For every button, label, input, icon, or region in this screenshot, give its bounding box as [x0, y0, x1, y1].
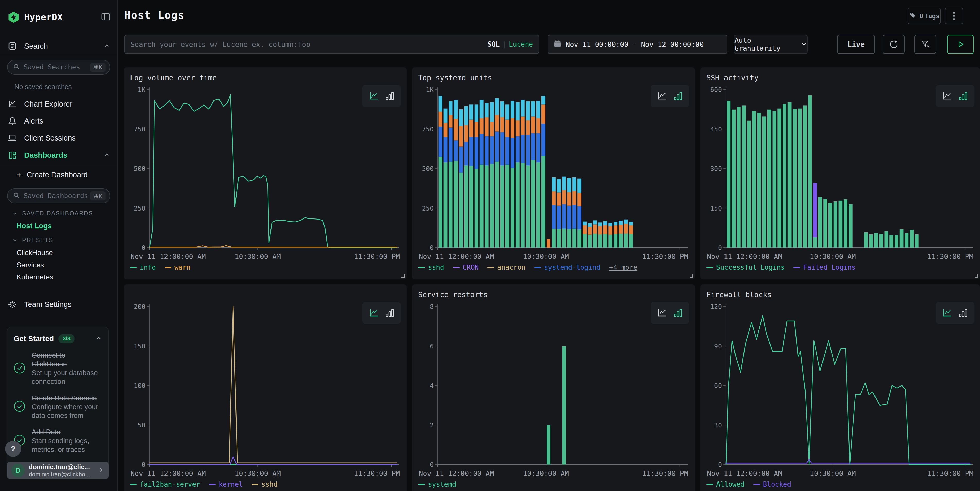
chevron-down-icon [801, 41, 807, 48]
chevron-up-icon [103, 151, 110, 159]
event-search-input[interactable]: Search your events w/ Lucene ex. column:… [124, 35, 539, 54]
legend-item[interactable]: info [130, 264, 156, 271]
legend-item[interactable]: anacron [487, 264, 525, 271]
step-desc: Configure where your data comes from [32, 402, 101, 420]
bar-view-icon[interactable] [959, 91, 968, 101]
nav-chart-explorer[interactable]: Chart Explorer [0, 97, 117, 111]
legend-item[interactable]: Failed Logins [794, 264, 856, 271]
sidebar-item-clickhouse[interactable]: ClickHouse [16, 249, 53, 257]
sidebar: HyperDX Search Saved Searches ⌘K No save… [0, 0, 118, 491]
chart-plot[interactable]: 1K7505002500Nov 11 12:00:00 AM10:30:00 A… [418, 85, 689, 262]
user-menu[interactable]: D dominic.tran@clic... dominic.tran@clic… [7, 462, 108, 479]
bar-view-icon[interactable] [673, 308, 683, 318]
saved-searches-input[interactable]: Saved Searches ⌘K [7, 60, 110, 75]
granularity-select[interactable]: Auto Granularity [734, 35, 808, 54]
saved-searches-placeholder: Saved Searches [24, 63, 90, 71]
tags-button[interactable]: 0 Tags [908, 8, 940, 24]
shortcut-badge: ⌘K [90, 191, 105, 200]
nav-search[interactable]: Search [0, 38, 117, 54]
refresh-button[interactable] [883, 35, 905, 54]
run-query-button[interactable] [947, 35, 974, 54]
sql-toggle[interactable]: SQL [487, 40, 500, 48]
bar-view-icon[interactable] [385, 91, 395, 101]
step-title: Connect to ClickHouse [32, 351, 101, 369]
line-view-icon[interactable] [657, 308, 667, 318]
page-title: Host Logs [124, 9, 185, 21]
saved-dashboards-input[interactable]: Saved Dashboards ⌘K [7, 188, 110, 203]
search-icon [13, 63, 20, 71]
legend-item[interactable]: systemd-logind [534, 264, 600, 271]
chart-plot[interactable]: 1K7505002500Nov 11 12:00:00 AM10:30:00 A… [130, 85, 401, 262]
legend-item[interactable]: systemd [418, 480, 456, 488]
sidebar-item-services[interactable]: Services [16, 261, 44, 269]
tags-label: 0 Tags [920, 12, 939, 20]
date-range-picker[interactable]: Nov 11 00:00:00 - Nov 12 00:00:00 [548, 35, 727, 54]
saved-dashboards-section[interactable]: SAVED DASHBOARDS [12, 210, 93, 217]
chart-card-systemd-units: Top systemd units 1K7505002500Nov 11 12:… [412, 67, 695, 280]
step-title: Create Data Sources [32, 394, 101, 402]
get-started-step[interactable]: Create Data Sources Configure where your… [14, 394, 102, 420]
resize-handle[interactable] [975, 274, 978, 278]
chart-view-toggle [651, 85, 689, 107]
legend-item[interactable]: warn [165, 264, 191, 271]
legend-item[interactable]: Allowed [706, 480, 745, 488]
svg-text:0: 0 [142, 461, 145, 468]
gear-icon [7, 299, 19, 310]
resize-handle[interactable] [690, 274, 693, 278]
svg-text:Nov 11 12:00:00 AM: Nov 11 12:00:00 AM [707, 469, 782, 477]
svg-text:11:30:00 PM: 11:30:00 PM [927, 469, 973, 477]
legend-more-link[interactable]: +4 more [609, 264, 638, 271]
nav-dashboards[interactable]: Dashboards [0, 148, 117, 163]
chart-card-firewall-blocks: Firewall blocks 1209060300Nov 11 12:00:0… [700, 284, 980, 491]
lucene-toggle[interactable]: Lucene [509, 40, 533, 48]
chart-plot[interactable]: 86420Nov 11 12:00:00 AM10:30:00 AM11:30:… [418, 302, 689, 479]
line-view-icon[interactable] [942, 308, 953, 318]
legend-item[interactable]: CRON [453, 264, 479, 271]
legend-item[interactable]: sshd [418, 264, 444, 271]
get-started-step[interactable]: Connect to ClickHouse Set up your databa… [14, 351, 102, 386]
svg-text:120: 120 [710, 303, 722, 310]
get-started-progress-badge: 3/3 [59, 334, 75, 343]
get-started-title: Get Started [14, 335, 54, 343]
presets-section[interactable]: PRESETS [12, 237, 53, 244]
line-view-icon[interactable] [942, 91, 953, 101]
chart-plot[interactable]: 200150100500Nov 11 12:00:00 AM10:30:00 A… [130, 302, 401, 479]
live-button[interactable]: Live [837, 35, 875, 54]
resize-handle[interactable] [401, 274, 405, 278]
chart-card-auth-failures: 200150100500Nov 11 12:00:00 AM10:30:00 A… [124, 284, 407, 491]
chart-view-toggle [651, 302, 689, 324]
legend-item[interactable]: Successful Logins [706, 264, 785, 271]
dashboards-grid-icon [7, 150, 19, 160]
svg-text:11:30:00 PM: 11:30:00 PM [642, 469, 688, 477]
sidebar-item-host-logs[interactable]: Host Logs [16, 222, 52, 230]
nav-alerts[interactable]: Alerts [0, 113, 117, 129]
more-menu-button[interactable] [945, 8, 963, 24]
filter-button[interactable] [915, 35, 936, 54]
bar-view-icon[interactable] [673, 91, 683, 101]
legend-item[interactable]: fail2ban-server [130, 480, 200, 488]
refresh-icon [889, 40, 899, 49]
chevron-right-icon [98, 467, 105, 474]
legend-item[interactable]: kernel [209, 480, 243, 488]
line-view-icon[interactable] [369, 91, 379, 101]
nav-team-settings[interactable]: Team Settings [0, 297, 117, 312]
chart-plot[interactable]: 1209060300Nov 11 12:00:00 AM10:30:00 AM1… [706, 302, 974, 479]
bar-view-icon[interactable] [385, 308, 395, 318]
legend-item[interactable]: sshd [252, 480, 278, 488]
help-button[interactable]: ? [5, 441, 21, 457]
get-started-card: Get Started 3/3 Connect to ClickHouse Se… [7, 327, 108, 471]
get-started-step[interactable]: Add Data Start sending logs, metrics, or… [14, 428, 102, 454]
nav-client-sessions[interactable]: Client Sessions [0, 130, 117, 145]
svg-text:4: 4 [430, 382, 434, 389]
chart-plot[interactable]: 6004503001500Nov 11 12:00:00 AM10:30:00 … [706, 85, 974, 262]
chart-title [130, 284, 401, 302]
legend-item[interactable]: Blocked [753, 480, 791, 488]
create-dashboard-button[interactable]: + Create Dashboard [16, 170, 88, 180]
chevron-up-icon[interactable] [95, 335, 102, 343]
bar-view-icon[interactable] [959, 308, 968, 318]
sidebar-collapse-icon[interactable] [101, 12, 111, 23]
sidebar-item-kubernetes[interactable]: Kubernetes [16, 273, 53, 281]
svg-text:11:30:00 PM: 11:30:00 PM [927, 253, 973, 261]
line-view-icon[interactable] [657, 91, 667, 101]
line-view-icon[interactable] [369, 308, 379, 318]
